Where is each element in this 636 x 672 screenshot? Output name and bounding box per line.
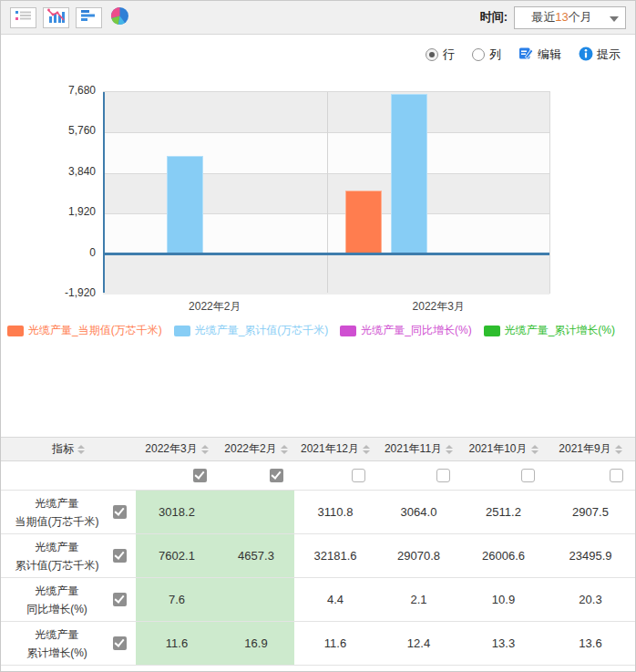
column-checkbox[interactable] — [521, 469, 535, 482]
table-partial-row — [1, 666, 635, 672]
sort-icon[interactable] — [201, 445, 209, 454]
row-label-cell: 光缆产量同比增长(%) — [1, 578, 136, 621]
table-cell: 26006.6 — [461, 534, 546, 577]
column-checkbox-row — [1, 461, 635, 491]
row-label-cell: 光缆产量累计值(万芯千米) — [1, 534, 136, 577]
legend-label: 光缆产量_同比增长(%) — [361, 323, 471, 338]
legend-item-cumulative-value[interactable]: 光缆产量_累计值(万芯千米) — [174, 323, 329, 338]
column-checkbox[interactable] — [270, 469, 283, 482]
bar[interactable] — [345, 191, 382, 254]
bar-chart-plot[interactable] — [103, 91, 550, 294]
table-cell: 23495.9 — [546, 534, 635, 577]
legend-item-current-value[interactable]: 光缆产量_当期值(万芯千米) — [7, 323, 162, 338]
column-header-indicator[interactable]: 指标 — [1, 438, 136, 460]
combo-chart-button[interactable] — [43, 7, 69, 28]
radio-column-label: 列 — [489, 47, 501, 63]
hbar-chart-icon — [80, 8, 98, 26]
radio-column-icon[interactable] — [472, 48, 485, 61]
column-header[interactable]: 2021年10月 — [461, 438, 546, 460]
sort-icon[interactable] — [281, 445, 288, 454]
column-checkbox[interactable] — [610, 469, 623, 482]
table-cell: 2.1 — [376, 578, 461, 621]
y-tick-label: 5,760 — [1, 124, 96, 137]
table-cell: 29070.8 — [376, 534, 461, 577]
table-cell: 2511.2 — [461, 491, 546, 533]
legend-item-cumulative-growth[interactable]: 光缆产量_累计增长(%) — [484, 323, 615, 338]
table-cell: 3110.8 — [294, 491, 376, 533]
time-range-select[interactable]: 最近13个月 — [514, 6, 626, 29]
x-axis-label: 2022年3月 — [327, 299, 551, 315]
chart-panel: 行 列 编辑 — [1, 35, 635, 429]
radio-row-label: 行 — [443, 47, 455, 63]
time-range-value: 最近13个月 — [531, 9, 591, 26]
table-row: 光缆产量当期值(万芯千米) 3018.2 3110.8 3064.0 2511.… — [1, 491, 635, 534]
time-filter: 时间: 最近13个月 — [480, 6, 626, 29]
row-checkbox[interactable] — [113, 549, 127, 563]
edit-button[interactable]: 编辑 — [518, 46, 561, 64]
row-label: 光缆产量累计增长(%) — [1, 625, 113, 662]
column-checkbox[interactable] — [352, 469, 365, 482]
column-header[interactable]: 2022年3月 — [136, 438, 218, 460]
column-header[interactable]: 2022年2月 — [218, 438, 294, 460]
chevron-down-icon — [610, 16, 619, 22]
legend-label: 光缆产量_累计值(万芯千米) — [195, 323, 329, 338]
table-cell: 16.9 — [218, 622, 294, 665]
list-view-button[interactable] — [10, 7, 36, 28]
list-view-icon — [15, 8, 33, 26]
column-checkbox[interactable] — [436, 469, 450, 482]
row-label-cell: 光缆产量累计增长(%) — [1, 622, 136, 665]
legend-item-yoy-growth[interactable]: 光缆产量_同比增长(%) — [340, 323, 471, 338]
bar[interactable] — [391, 94, 427, 254]
table-cell: 13.6 — [546, 622, 635, 665]
sort-icon[interactable] — [446, 445, 453, 454]
table-cell: 3064.0 — [376, 491, 461, 533]
view-switcher — [10, 7, 130, 28]
x-axis-labels: 2022年2月 2022年3月 — [103, 299, 550, 315]
toolbar: 时间: 最近13个月 — [1, 1, 635, 35]
radio-column[interactable]: 列 — [472, 47, 501, 63]
sort-icon[interactable] — [531, 445, 539, 454]
table-cell: 10.9 — [461, 578, 546, 621]
row-checkbox[interactable] — [113, 636, 127, 650]
bar[interactable] — [167, 156, 203, 254]
y-tick-label: 1,920 — [1, 205, 96, 218]
pie-chart-button[interactable] — [108, 7, 130, 28]
y-tick-label: -1,920 — [1, 286, 96, 299]
sort-icon[interactable] — [77, 445, 85, 454]
legend-swatch — [7, 326, 24, 336]
table-row: 光缆产量累计增长(%) 11.6 16.9 11.6 12.4 13.3 13.… — [1, 622, 635, 666]
row-checkbox[interactable] — [113, 505, 127, 519]
legend-label: 光缆产量_当期值(万芯千米) — [28, 323, 162, 338]
hbar-chart-button[interactable] — [76, 7, 102, 28]
y-tick-label: 0 — [1, 246, 96, 259]
row-checkbox[interactable] — [113, 593, 127, 606]
table-header-row: 指标 2022年3月 2022年2月 2021年12月 2021年11月 202… — [1, 438, 635, 461]
chart-controls: 行 列 编辑 — [426, 46, 621, 64]
column-header[interactable]: 2021年11月 — [376, 438, 461, 460]
hint-button[interactable]: 提示 — [579, 47, 621, 64]
sort-icon[interactable] — [363, 445, 370, 454]
table-cell — [218, 578, 294, 621]
x-axis-label: 2022年2月 — [103, 299, 327, 315]
table-cell: 11.6 — [294, 622, 376, 665]
table-cell: 3018.2 — [136, 491, 218, 533]
table-cell — [218, 491, 294, 533]
table-cell: 7602.1 — [136, 534, 218, 577]
table-cell: 4.4 — [294, 578, 376, 621]
table-cell: 13.3 — [461, 622, 546, 665]
table-cell: 4657.3 — [218, 534, 294, 577]
column-header[interactable]: 2021年9月 — [546, 438, 635, 460]
pie-chart-icon — [110, 6, 129, 29]
checkbox-spacer — [1, 461, 136, 490]
table-cell: 32181.6 — [294, 534, 376, 577]
sort-icon[interactable] — [615, 445, 622, 454]
radio-row[interactable]: 行 — [426, 47, 455, 63]
radio-row-icon[interactable] — [426, 48, 438, 61]
column-checkbox[interactable] — [193, 469, 207, 482]
row-label: 光缆产量同比增长(%) — [1, 582, 113, 618]
column-header[interactable]: 2021年12月 — [294, 438, 376, 460]
row-label: 光缆产量当期值(万芯千米) — [1, 494, 113, 531]
time-filter-label: 时间: — [480, 9, 508, 26]
edit-icon — [518, 46, 534, 64]
table-cell: 2907.5 — [546, 491, 635, 533]
